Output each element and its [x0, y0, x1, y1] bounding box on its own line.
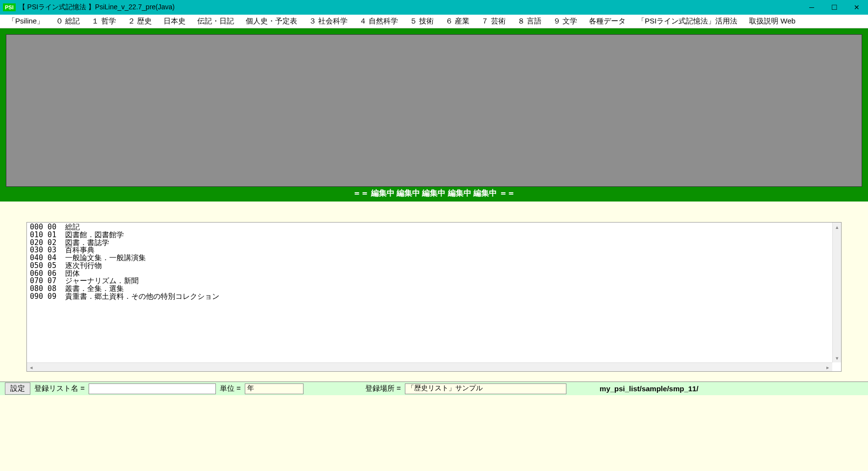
upper-panel-frame: ＝＝ 編集中 編集中 編集中 編集中 編集中 ＝＝: [0, 28, 868, 202]
menu-3-shakai[interactable]: ３ 社会科学: [303, 15, 353, 27]
bottom-gap: [0, 372, 868, 381]
menu-usage[interactable]: 「PSIライン式記憶法」活用法: [632, 15, 743, 27]
scroll-right-icon[interactable]: ▸: [823, 363, 832, 372]
list-name-input[interactable]: [89, 383, 216, 394]
menu-0-souki[interactable]: ０ 総記: [50, 15, 86, 27]
menu-9-bungaku[interactable]: ９ 文学: [547, 15, 583, 27]
horizontal-scrollbar[interactable]: ◂ ▸: [27, 362, 832, 371]
unit-value[interactable]: 年: [245, 383, 304, 394]
window-controls: ─ ☐ ✕: [800, 0, 868, 15]
menu-bar: 「Psiline」 ０ 総記 １ 哲学 ２ 歴史 日本史 伝記・日記 個人史・予…: [0, 15, 868, 28]
menu-data[interactable]: 各種データ: [583, 15, 632, 27]
menu-8-gengo[interactable]: ８ 言語: [512, 15, 547, 27]
window-title: 【 PSIライン式記憶法 】PsiLine_v_22.7_pre(Java): [19, 3, 800, 12]
close-button[interactable]: ✕: [845, 0, 868, 15]
menu-4-shizen[interactable]: ４ 自然科学: [353, 15, 404, 27]
menu-6-sangyo[interactable]: ６ 産業: [440, 15, 475, 27]
canvas-area[interactable]: [6, 34, 862, 187]
path-display: my_psi_list/sample/smp_11/: [600, 384, 699, 393]
minimize-button[interactable]: ─: [800, 0, 823, 15]
maximize-button[interactable]: ☐: [823, 0, 845, 15]
scroll-left-icon[interactable]: ◂: [27, 363, 36, 372]
scroll-down-icon[interactable]: ▾: [833, 354, 842, 362]
menu-kojinshi[interactable]: 個人史・予定表: [240, 15, 303, 27]
menu-psiline[interactable]: 「Psiline」: [2, 15, 50, 27]
vertical-scrollbar[interactable]: ▴ ▾: [832, 223, 841, 362]
bottom-bar: 設定 登録リスト名 = 単位 = 年 登録場所 = 「歴史リスト」サンプル my…: [0, 381, 868, 395]
menu-denki[interactable]: 伝記・日記: [191, 15, 240, 27]
menu-5-gijutsu[interactable]: ５ 技術: [404, 15, 440, 27]
app-icon: PSI: [3, 3, 16, 11]
spacer: [0, 202, 868, 222]
text-editor[interactable]: 000 00 総記 010 01 図書館．図書館学 020 02 図書．書誌学 …: [26, 222, 842, 372]
unit-label: 単位 =: [220, 384, 241, 393]
title-bar: PSI 【 PSIライン式記憶法 】PsiLine_v_22.7_pre(Jav…: [0, 0, 868, 15]
editing-status-banner: ＝＝ 編集中 編集中 編集中 編集中 編集中 ＝＝: [6, 187, 862, 202]
list-name-label: 登録リスト名 =: [34, 384, 85, 393]
location-value[interactable]: 「歴史リスト」サンプル: [405, 383, 566, 394]
menu-7-geijutsu[interactable]: ７ 芸術: [475, 15, 511, 27]
menu-nihonshi[interactable]: 日本史: [158, 15, 191, 27]
menu-help-web[interactable]: 取扱説明 Web: [743, 15, 801, 27]
editor-wrap: 000 00 総記 010 01 図書館．図書館学 020 02 図書．書誌学 …: [0, 222, 868, 372]
scroll-up-icon[interactable]: ▴: [833, 223, 842, 231]
settings-button[interactable]: 設定: [5, 382, 30, 395]
location-label: 登録場所 =: [365, 384, 401, 393]
editor-content[interactable]: 000 00 総記 010 01 図書館．図書館学 020 02 図書．書誌学 …: [27, 223, 841, 302]
menu-1-tetsugaku[interactable]: １ 哲学: [86, 15, 121, 27]
menu-2-rekishi[interactable]: ２ 歴史: [122, 15, 158, 27]
